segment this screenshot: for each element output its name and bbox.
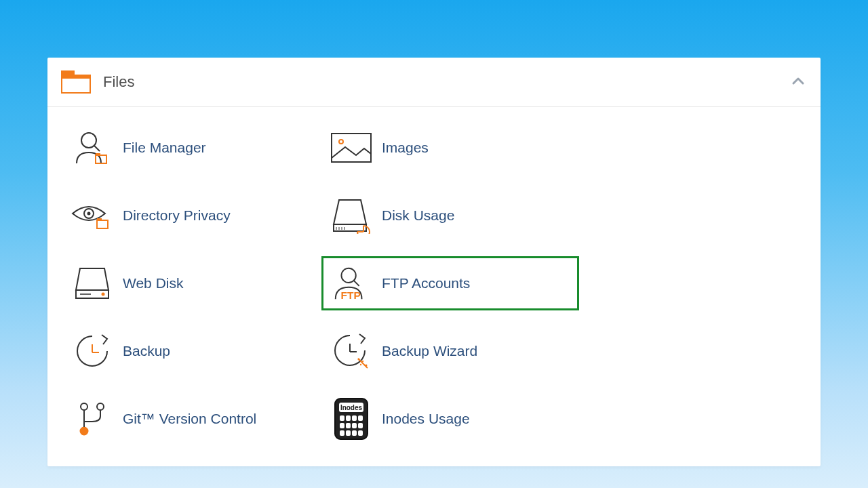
svg-point-23 xyxy=(341,268,355,283)
svg-rect-52 xyxy=(352,430,357,436)
files-panel: Files File Manager Images xyxy=(47,58,821,466)
svg-point-35 xyxy=(81,403,87,410)
svg-rect-46 xyxy=(340,423,344,428)
item-directory-privacy[interactable]: Directory Privacy xyxy=(62,188,307,243)
svg-line-4 xyxy=(94,146,100,151)
item-inodes-usage-label: Inodes Usage xyxy=(382,411,470,427)
svg-rect-53 xyxy=(358,430,363,436)
svg-rect-50 xyxy=(340,430,344,436)
svg-rect-47 xyxy=(346,423,351,428)
images-icon xyxy=(330,128,372,167)
item-backup-wizard[interactable]: Backup Wizard xyxy=(321,324,579,378)
svg-rect-12 xyxy=(97,218,102,220)
item-directory-privacy-label: Directory Privacy xyxy=(123,207,231,224)
svg-point-31 xyxy=(358,359,360,361)
files-panel-body: File Manager Images Directory Privacy xyxy=(47,107,821,466)
item-web-disk[interactable]: Web Disk xyxy=(62,256,307,310)
svg-rect-43 xyxy=(346,415,351,421)
svg-line-24 xyxy=(354,281,359,286)
files-panel-title: Files xyxy=(103,73,134,91)
svg-rect-6 xyxy=(96,153,100,155)
svg-point-21 xyxy=(102,293,105,296)
item-ftp-accounts[interactable]: FTP FTP Accounts xyxy=(321,256,579,310)
svg-rect-51 xyxy=(346,430,351,436)
item-web-disk-label: Web Disk xyxy=(123,275,183,291)
svg-rect-42 xyxy=(340,415,344,421)
item-images-label: Images xyxy=(382,140,429,156)
svg-point-10 xyxy=(87,212,91,216)
svg-rect-7 xyxy=(332,134,371,162)
item-disk-usage[interactable]: Disk Usage xyxy=(321,188,579,243)
item-git-version-control[interactable]: Git™ Version Control xyxy=(62,392,307,446)
item-file-manager[interactable]: File Manager xyxy=(62,121,307,175)
svg-rect-13 xyxy=(334,224,366,231)
item-disk-usage-label: Disk Usage xyxy=(382,207,454,224)
svg-text:FTP: FTP xyxy=(341,289,361,301)
item-git-version-control-label: Git™ Version Control xyxy=(123,411,256,427)
item-file-manager-label: File Manager xyxy=(123,140,206,156)
collapse-icon[interactable] xyxy=(791,74,806,89)
backup-icon xyxy=(71,331,113,371)
item-inodes-usage[interactable]: Inodes Inodes Usage xyxy=(321,392,579,446)
inodes-icon: Inodes xyxy=(330,399,372,439)
svg-rect-49 xyxy=(358,423,363,428)
svg-text:Inodes: Inodes xyxy=(340,404,363,411)
folder-icon xyxy=(61,70,91,94)
svg-rect-44 xyxy=(352,415,357,421)
svg-point-3 xyxy=(81,133,96,148)
backup-wizard-icon xyxy=(330,331,372,371)
item-backup-wizard-label: Backup Wizard xyxy=(382,343,477,359)
svg-rect-2 xyxy=(62,75,90,79)
directory-privacy-icon xyxy=(71,196,113,235)
svg-line-30 xyxy=(358,359,368,368)
svg-point-8 xyxy=(339,140,343,144)
svg-rect-48 xyxy=(352,423,357,428)
svg-point-37 xyxy=(81,428,88,435)
svg-point-32 xyxy=(362,361,363,362)
files-panel-header[interactable]: Files xyxy=(47,58,821,107)
web-disk-icon xyxy=(71,264,113,303)
item-backup-label: Backup xyxy=(123,343,170,359)
svg-rect-11 xyxy=(97,220,108,228)
ftp-accounts-icon: FTP xyxy=(330,264,372,303)
svg-point-33 xyxy=(360,364,361,365)
item-backup[interactable]: Backup xyxy=(62,324,307,378)
svg-point-36 xyxy=(97,403,104,410)
disk-usage-icon xyxy=(330,196,372,235)
file-manager-icon xyxy=(71,128,113,167)
svg-point-34 xyxy=(366,365,368,367)
svg-rect-45 xyxy=(358,415,363,421)
git-icon xyxy=(71,399,113,439)
item-ftp-accounts-label: FTP Accounts xyxy=(382,275,470,291)
item-images[interactable]: Images xyxy=(321,121,579,175)
